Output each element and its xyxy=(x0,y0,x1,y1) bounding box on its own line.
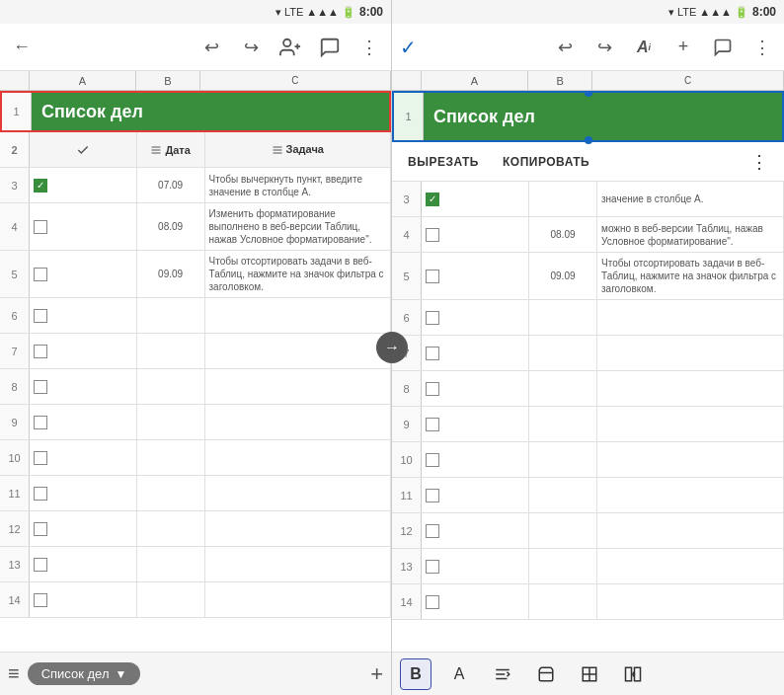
sheet-tab[interactable]: Список дел ▼ xyxy=(28,662,141,685)
row-9-right[interactable]: 9 xyxy=(392,407,784,442)
confirm-button[interactable]: ✓ xyxy=(400,36,417,59)
handle-bottom[interactable] xyxy=(585,136,592,144)
right-checkbox-9[interactable] xyxy=(426,418,439,431)
left-status-bar: ▾ LTE ▲▲▲ 🔋 8:00 xyxy=(0,0,391,24)
right-checkbox-14[interactable] xyxy=(426,595,439,609)
undo-button[interactable]: ↩ xyxy=(197,34,225,61)
right-merged-header[interactable]: Список дел xyxy=(424,93,782,140)
italic-button[interactable]: A xyxy=(443,658,475,690)
checkbox-10[interactable] xyxy=(34,451,47,465)
right-checkbox-6[interactable] xyxy=(426,311,439,325)
row-5-left[interactable]: 5 09.09 Чтобы отсортировать задачи в веб… xyxy=(0,251,391,298)
copy-button[interactable]: КОПИРОВАТЬ xyxy=(503,155,589,169)
right-checkbox-8[interactable] xyxy=(426,382,439,396)
merge-cells-button[interactable] xyxy=(617,658,649,690)
row-12-left[interactable]: 12 xyxy=(0,511,391,547)
sheet-tab-label: Список дел xyxy=(41,666,110,681)
row-7-left[interactable]: 7 xyxy=(0,334,391,369)
rows-left: 1 Список дел 2 xyxy=(0,91,391,652)
cell-2a xyxy=(30,132,137,167)
row-11-left[interactable]: 11 xyxy=(0,476,391,511)
right-comment-button[interactable] xyxy=(709,34,737,61)
context-menu-bar: ВЫРЕЗАТЬ КОПИРОВАТЬ ⋮ xyxy=(392,142,784,182)
checkbox-14[interactable] xyxy=(34,593,47,607)
row-11-right[interactable]: 11 xyxy=(392,478,784,513)
align-button[interactable] xyxy=(487,658,518,690)
right-status-bar: ▾ LTE ▲▲▲ 🔋 8:00 xyxy=(392,0,784,24)
checkbox-4[interactable] xyxy=(34,220,47,234)
right-checkbox-12[interactable] xyxy=(426,524,439,538)
right-redo-button[interactable]: ↪ xyxy=(590,34,618,61)
cell-4a[interactable] xyxy=(30,203,137,250)
tab-menu-button[interactable]: ≡ xyxy=(8,662,20,685)
right-battery-icon: 🔋 xyxy=(735,6,748,19)
context-more-button[interactable]: ⋮ xyxy=(750,151,768,173)
checkbox-5[interactable] xyxy=(34,268,47,281)
add-sheet-button[interactable]: + xyxy=(370,661,383,687)
row-1-left[interactable]: 1 Список дел xyxy=(0,91,391,132)
row-8-left[interactable]: 8 xyxy=(0,369,391,405)
row-4-right[interactable]: 4 08.09 можно в веб-версии Таблиц, нажав… xyxy=(392,217,784,253)
row-13-right[interactable]: 13 xyxy=(392,549,784,584)
right-checkbox-3[interactable] xyxy=(426,193,439,206)
add-person-button[interactable] xyxy=(276,34,304,61)
row-6-right[interactable]: 6 xyxy=(392,300,784,336)
checkbox-12[interactable] xyxy=(34,522,47,536)
right-undo-button[interactable]: ↩ xyxy=(551,34,579,61)
right-checkbox-11[interactable] xyxy=(426,489,439,502)
row-14-right[interactable]: 14 xyxy=(392,584,784,620)
fill-color-button[interactable] xyxy=(530,658,562,690)
row-5-right[interactable]: 5 09.09 Чтобы отсортировать задачи в веб… xyxy=(392,253,784,300)
right-more-button[interactable]: ⋮ xyxy=(748,34,776,61)
row-num-2: 2 xyxy=(0,132,30,167)
row-6-left[interactable]: 6 xyxy=(0,298,391,334)
cell-5a[interactable] xyxy=(30,251,137,297)
right-checkbox-13[interactable] xyxy=(426,560,439,574)
row-3-left[interactable]: 3 07.09 Чтобы вычеркнуть пункт, введите … xyxy=(0,168,391,203)
row-3-right[interactable]: 3 значение в столбце А. xyxy=(392,182,784,217)
cell-3a[interactable] xyxy=(30,168,137,202)
bold-button[interactable]: B xyxy=(400,658,431,690)
back-button[interactable]: ← xyxy=(8,34,36,61)
row-14-left[interactable]: 14 xyxy=(0,582,391,618)
left-toolbar: ← ↩ ↪ ⋮ xyxy=(0,24,391,71)
row-num-header xyxy=(0,71,30,90)
row-7-right[interactable]: 7 xyxy=(392,336,784,371)
row-8-right[interactable]: 8 xyxy=(392,371,784,407)
more-button[interactable]: ⋮ xyxy=(355,34,383,61)
checkbox-9[interactable] xyxy=(34,416,47,429)
right-cell-5b: 09.09 xyxy=(529,253,597,299)
checkbox-8[interactable] xyxy=(34,380,47,394)
row-10-right[interactable]: 10 xyxy=(392,442,784,478)
row-10-left[interactable]: 10 xyxy=(0,440,391,476)
cut-button[interactable]: ВЫРЕЗАТЬ xyxy=(408,155,479,169)
right-checkbox-7[interactable] xyxy=(426,347,439,360)
right-row-num-4: 4 xyxy=(392,217,422,252)
row-13-left[interactable]: 13 xyxy=(0,547,391,582)
checkbox-11[interactable] xyxy=(34,487,47,501)
row-9-left[interactable]: 9 xyxy=(0,405,391,440)
row-12-right[interactable]: 12 xyxy=(392,513,784,549)
right-cell-4a[interactable] xyxy=(422,217,529,252)
right-add-button[interactable]: + xyxy=(669,34,697,61)
row-4-left[interactable]: 4 08.09 Изменить форматирование выполнен… xyxy=(0,203,391,251)
right-cell-3a[interactable] xyxy=(422,182,529,216)
checkbox-6[interactable] xyxy=(34,309,47,323)
checkbox-13[interactable] xyxy=(34,558,47,572)
right-cell-5a[interactable] xyxy=(422,253,529,299)
right-checkbox-5[interactable] xyxy=(426,270,439,283)
redo-button[interactable]: ↪ xyxy=(237,34,265,61)
right-checkbox-4[interactable] xyxy=(426,228,439,242)
cell-2b: Дата xyxy=(137,132,205,167)
merged-header-cell[interactable]: Список дел xyxy=(32,93,389,130)
left-tab-bar: ≡ Список дел ▼ + xyxy=(0,652,391,695)
comment-button[interactable] xyxy=(316,34,344,61)
right-checkbox-10[interactable] xyxy=(426,453,439,467)
checkbox-3[interactable] xyxy=(34,179,47,193)
row-1-right[interactable]: 1 Список дел xyxy=(392,91,784,142)
cell-border-button[interactable] xyxy=(574,658,605,690)
text-format-button[interactable]: Ai xyxy=(630,34,658,61)
checkbox-7[interactable] xyxy=(34,345,47,358)
right-wifi-icon: ▾ xyxy=(668,6,674,19)
right-lte-label: LTE xyxy=(677,6,696,18)
